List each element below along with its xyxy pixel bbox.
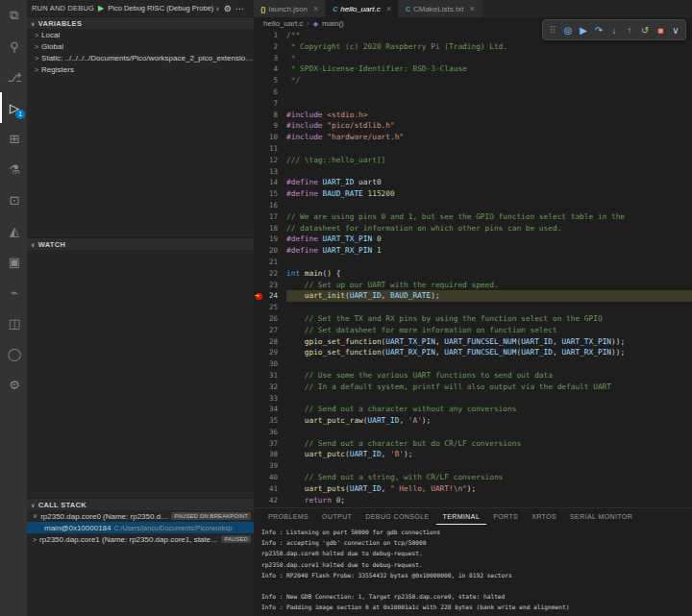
more-actions-icon[interactable]: ⋯ (235, 4, 244, 13)
panel-tab-ports[interactable]: PORTS (486, 508, 525, 525)
breakpoint-gutter[interactable] (254, 63, 266, 75)
breakpoint-gutter[interactable]: → (254, 290, 266, 302)
panel-tab-terminal[interactable]: TERMINAL (436, 508, 487, 525)
editor-tab-hello_uart-c[interactable]: Chello_uart.c× (326, 0, 399, 17)
breakpoint-gutter[interactable] (254, 325, 266, 336)
close-icon[interactable]: × (469, 4, 474, 13)
panel-tab-problems[interactable]: PROBLEMS (261, 508, 315, 525)
breakpoint-gutter[interactable] (254, 110, 266, 121)
editor-tab-cmakelists-txt[interactable]: CCMakeLists.txt× (399, 0, 482, 17)
containers-icon[interactable]: ◫ (0, 308, 27, 338)
code-line: 5 */ (254, 75, 692, 86)
variables-scope-row[interactable]: >Static: ../../../../Documents/Pico/work… (27, 52, 254, 63)
breakpoint-gutter[interactable] (254, 41, 266, 53)
breakpoint-gutter[interactable] (254, 460, 266, 472)
panel-tab-debug-console[interactable]: DEBUG CONSOLE (358, 508, 435, 525)
breakpoint-gutter[interactable] (254, 188, 266, 200)
more-icon[interactable]: ∨ (668, 20, 683, 39)
breakpoint-gutter[interactable] (254, 382, 266, 393)
breakpoint-gutter[interactable] (254, 393, 266, 405)
panel-tab-xrtos[interactable]: XRTOS (525, 508, 563, 525)
breakpoint-gutter[interactable] (254, 415, 266, 427)
breakpoint-gutter[interactable] (254, 166, 266, 178)
cmake-icon[interactable]: ◭ (0, 215, 27, 246)
breakpoint-gutter[interactable] (254, 143, 266, 155)
breakpoint-gutter[interactable] (254, 358, 266, 370)
breakpoint-gutter[interactable] (254, 302, 266, 313)
gear-icon[interactable]: ⚙ (224, 4, 232, 13)
variables-section-header[interactable]: ∨ VARIABLES (27, 16, 254, 29)
close-icon[interactable]: × (386, 4, 391, 13)
breakpoint-gutter[interactable] (254, 245, 266, 257)
breakpoint-gutter[interactable] (254, 427, 266, 438)
breakpoint-gutter[interactable] (254, 86, 266, 98)
call-stack-row[interactable]: main@0x10000184C:/Users/jancu/Documents/… (27, 522, 254, 533)
breakpoint-gutter[interactable] (254, 75, 266, 86)
code-line: 4 * SPDX-License-Identifier: BSD-3-Claus… (254, 63, 692, 75)
call-stack-row[interactable]: >rp2350.dap.core1 (Name: rp2350.dap.core… (27, 533, 254, 545)
variables-scope-row[interactable]: >Global (27, 40, 254, 52)
panel-tab-serial-monitor[interactable]: SERIAL MONITOR (563, 508, 639, 525)
code-line: 17// We are using pins 0 and 1, but see … (254, 211, 692, 223)
breakpoint-gutter[interactable] (254, 483, 266, 495)
step-over-button[interactable]: ↷ (591, 20, 606, 39)
activity-bar: ⧉⚲⎇▷1⊞⚗⊡◭▣⌁◫◯⚙ (0, 0, 27, 616)
variables-scope-row[interactable]: >Registers (27, 63, 254, 75)
breakpoint-gutter[interactable] (254, 280, 266, 291)
call-stack-row[interactable]: ∨rp2350.dap.core0 (Name: rp2350.dap.c...… (27, 510, 254, 522)
variables-scope-row[interactable]: >Local (27, 29, 254, 40)
reset-button[interactable]: ◎ (560, 20, 576, 39)
breakpoint-gutter[interactable] (254, 495, 266, 506)
breakpoint-gutter[interactable] (254, 449, 266, 460)
drag-handle-icon[interactable]: ⠿ (545, 20, 560, 39)
code-area[interactable]: 1/**2 * Copyright (c) 2020 Raspberry Pi … (254, 30, 692, 507)
account-icon[interactable]: ◯ (0, 338, 27, 369)
remote-explorer-icon[interactable]: ⊡ (0, 185, 27, 215)
editor-tab-launch-json[interactable]: {}launch.json× (254, 0, 326, 17)
source-control-icon[interactable]: ⎇ (0, 62, 27, 92)
breakpoint-gutter[interactable] (254, 155, 266, 166)
settings-gear-icon[interactable]: ⚙ (0, 369, 27, 400)
breakpoint-gutter[interactable] (254, 336, 266, 348)
continue-button[interactable]: ▶ (576, 20, 591, 39)
breakpoint-gutter[interactable] (254, 53, 266, 64)
start-debugging-icon[interactable]: ▶ (98, 4, 104, 12)
serial-monitor-icon[interactable]: ⌁ (0, 277, 27, 308)
watch-section-header[interactable]: ∨ WATCH (27, 237, 254, 250)
restart-button[interactable]: ↺ (637, 20, 653, 39)
breakpoint-gutter[interactable] (254, 211, 266, 223)
breakpoint-gutter[interactable] (254, 257, 266, 268)
breakpoint-gutter[interactable] (254, 313, 266, 325)
breakpoint-gutter[interactable] (254, 268, 266, 280)
breakpoint-gutter[interactable] (254, 347, 266, 358)
testing-icon[interactable]: ⚗ (0, 154, 27, 185)
breakpoint-gutter[interactable] (254, 98, 266, 110)
breakpoint-gutter[interactable] (254, 223, 266, 234)
breakpoint-gutter[interactable] (254, 404, 266, 415)
step-into-button[interactable]: ↓ (606, 20, 622, 39)
call-stack-section-header[interactable]: ∨ CALL STACK (27, 498, 254, 510)
chevron-down-icon: ∨ (31, 502, 36, 508)
close-icon[interactable]: × (313, 4, 318, 13)
raspberry-pi-pico-icon[interactable]: ▣ (0, 246, 27, 277)
breakpoint-gutter[interactable] (254, 438, 266, 450)
breakpoint-gutter[interactable] (254, 177, 266, 188)
breakpoint-gutter[interactable] (254, 370, 266, 382)
breakpoint-gutter[interactable] (254, 200, 266, 211)
extensions-icon[interactable]: ⊞ (0, 123, 27, 154)
breakpoint-gutter[interactable] (254, 30, 266, 41)
run-and-debug-icon[interactable]: ▷1 (0, 92, 27, 123)
breakpoint-gutter[interactable] (254, 472, 266, 483)
debug-config-dropdown[interactable]: Pico Debug RISC (Debug Probe) ∨ (108, 4, 219, 12)
breakpoint-gutter[interactable] (254, 234, 266, 245)
panel-tab-output[interactable]: OUTPUT (315, 508, 358, 525)
breadcrumb-file[interactable]: hello_uart.c (263, 19, 303, 28)
step-out-button[interactable]: ↑ (622, 20, 637, 39)
breadcrumb-symbol[interactable]: main() (322, 19, 344, 28)
search-icon[interactable]: ⚲ (0, 31, 27, 62)
breakpoint-gutter[interactable] (254, 120, 266, 132)
explorer-icon[interactable]: ⧉ (0, 0, 27, 31)
stop-button[interactable]: ■ (653, 20, 668, 39)
terminal-output[interactable]: Info : Listening on port 50000 for gdb c… (261, 527, 690, 616)
breakpoint-gutter[interactable] (254, 132, 266, 143)
